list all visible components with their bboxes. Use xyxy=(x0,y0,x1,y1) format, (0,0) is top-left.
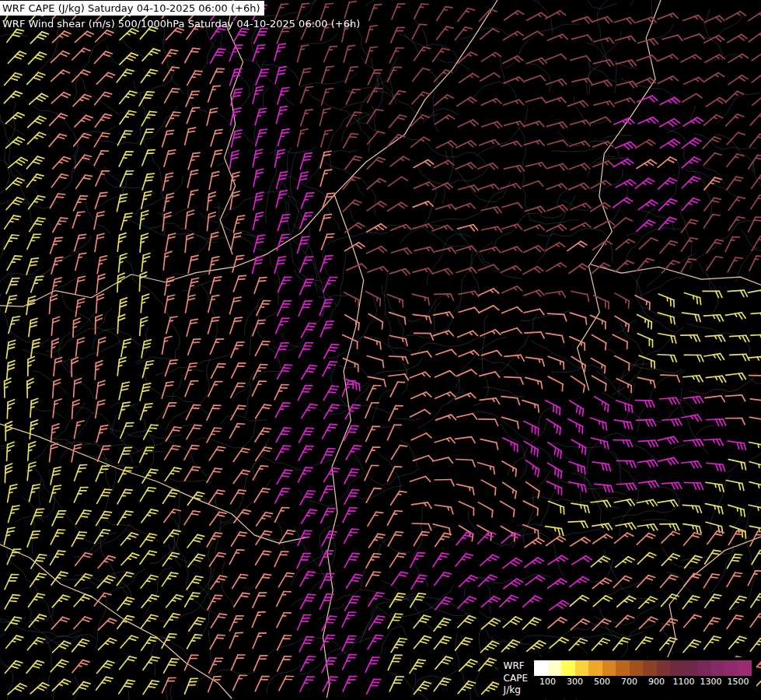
colorbar-segment xyxy=(534,660,548,676)
legend-unit-label: J/kg xyxy=(504,684,528,697)
colorbar-tick: 1100 xyxy=(673,677,695,687)
legend-labels: WRF CAPE J/kg xyxy=(504,660,528,697)
colorbar-tick: 300 xyxy=(567,677,583,687)
colorbar-segment xyxy=(684,660,698,676)
colorbar-segment xyxy=(697,660,711,676)
colorbar-segment xyxy=(630,660,644,676)
colorbar-segment xyxy=(575,660,589,676)
colorbar-tick: 900 xyxy=(648,677,665,687)
colorbar-segment xyxy=(616,660,630,676)
colorbar-tick: 700 xyxy=(621,677,637,687)
colorbar-segment xyxy=(588,660,602,676)
colorbar-ticks: 100300500700900110013001500 xyxy=(534,676,752,688)
colorbar-segment xyxy=(738,660,752,676)
weather-map-canvas xyxy=(0,0,761,700)
colorbar-tick: 1500 xyxy=(728,677,749,687)
colorbar-tick: 500 xyxy=(594,677,610,687)
cape-title: WRF CAPE (J/kg) Saturday 04-10-2025 06:0… xyxy=(0,1,264,16)
colorbar-segment xyxy=(602,660,616,676)
colorbar-segment xyxy=(711,660,725,676)
colorbar-segment xyxy=(670,660,684,676)
colorbar-segment xyxy=(643,660,657,676)
colorbar-tick: 1300 xyxy=(700,677,722,687)
wind-shear-title: WRF Wind shear (m/s) 500/1000hPa Saturda… xyxy=(0,16,365,31)
colorbar-column: 100300500700900110013001500 xyxy=(534,660,752,688)
colorbar-segment xyxy=(561,660,575,676)
wrf-model-map: WRF CAPE (J/kg) Saturday 04-10-2025 06:0… xyxy=(0,0,761,700)
map-title-block: WRF CAPE (J/kg) Saturday 04-10-2025 06:0… xyxy=(0,0,365,31)
colorbar-tick: 100 xyxy=(539,677,556,687)
colorbar-segment xyxy=(548,660,562,676)
legend-model-label: WRF xyxy=(504,660,528,673)
colorbar-segment xyxy=(724,660,738,676)
legend-param-label: CAPE xyxy=(504,673,528,685)
cape-legend: WRF CAPE J/kg 10030050070090011001300150… xyxy=(499,657,756,698)
colorbar-segment xyxy=(657,660,671,676)
cape-colorbar xyxy=(534,660,752,676)
